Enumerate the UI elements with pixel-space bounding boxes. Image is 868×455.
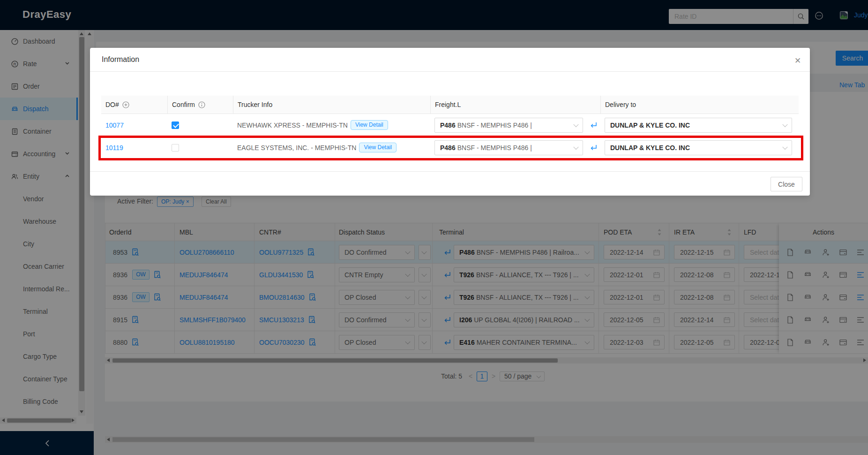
freight-select[interactable]: P486 BNSF - MEMPHIS P486 | xyxy=(434,118,583,133)
modal-row-10077: 10077 NEWHAWK XPRESS - MEMPHIS-TNView De… xyxy=(101,114,799,136)
do-link[interactable]: 10119 xyxy=(105,144,123,152)
col-freight: Freight.L xyxy=(430,96,600,114)
delivery-select[interactable]: DUNLAP & KYLE CO. INC xyxy=(605,118,792,133)
delivery-select[interactable]: DUNLAP & KYLE CO. INC xyxy=(605,140,792,155)
col-delivery-to: Delivery to xyxy=(600,96,799,114)
chevron-down-icon xyxy=(573,144,578,149)
modal-footer: Close xyxy=(90,171,810,196)
view-detail-button[interactable]: View Detail xyxy=(351,120,388,130)
modal-row-10119: 10119 EAGLE SYSTEMS, INC. - MEMPHIS-TNVi… xyxy=(101,136,799,159)
do-link[interactable]: 10077 xyxy=(105,121,124,129)
modal-header: Information ✕ xyxy=(90,48,810,72)
app: DrayEasy Rate ID Judy Dashboard R Rat xyxy=(0,0,868,455)
enter-icon[interactable] xyxy=(590,121,597,129)
modal-table-header: DO# Confirm Trucker Info Freight.L Deliv… xyxy=(101,96,799,114)
freight-select[interactable]: P486 BNSF - MEMPHIS P486 | xyxy=(434,140,583,155)
col-trucker-info: Trucker Info xyxy=(233,96,430,114)
close-icon[interactable]: ✕ xyxy=(791,54,805,68)
close-button[interactable]: Close xyxy=(771,177,802,191)
trucker-name: EAGLE SYSTEMS, INC. - MEMPHIS-TN xyxy=(237,144,356,152)
col-confirm: Confirm xyxy=(167,96,233,114)
confirm-checkbox[interactable] xyxy=(172,121,179,129)
chevron-down-icon xyxy=(782,121,787,127)
chevron-down-icon xyxy=(782,144,787,149)
view-detail-button[interactable]: View Detail xyxy=(359,143,397,152)
confirm-checkbox[interactable] xyxy=(172,144,179,152)
information-modal: Information ✕ DO# Confirm Trucker Info F… xyxy=(90,48,810,196)
trucker-name: NEWHAWK XPRESS - MEMPHIS-TN xyxy=(237,121,348,129)
info-circle-icon[interactable] xyxy=(198,101,205,108)
modal-table: DO# Confirm Trucker Info Freight.L Deliv… xyxy=(101,96,799,159)
modal-title: Information xyxy=(102,55,139,64)
plus-circle-icon[interactable] xyxy=(122,101,129,108)
chevron-down-icon xyxy=(573,121,578,127)
enter-icon[interactable] xyxy=(590,144,597,151)
col-do: DO# xyxy=(101,96,167,114)
